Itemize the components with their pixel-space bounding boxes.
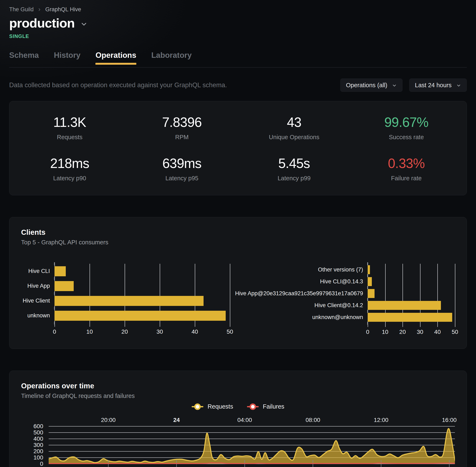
- axis-tick-label: 0: [366, 329, 369, 335]
- target-selector[interactable]: production: [9, 16, 467, 30]
- legend-item-requests[interactable]: Requests: [192, 403, 233, 410]
- page-description: Data collected based on operation execut…: [9, 81, 227, 89]
- bar-plot: [368, 264, 455, 323]
- category-label: Hive App@20e3129caa921c35e9979631e17a067…: [242, 287, 368, 299]
- category-labels: Other versions (7)Hive CLI@0.14.3Hive Ap…: [242, 264, 368, 323]
- stat-value: 11.3K: [13, 115, 126, 130]
- stat-value: 639ms: [126, 156, 238, 171]
- axis-tick: [367, 322, 368, 325]
- clients-card: Clients Top 5 - GraphQL API consumers Hi…: [9, 217, 467, 349]
- category-labels: Hive CLIHive AppHive Clientunknown: [21, 264, 54, 323]
- operations-filter-select[interactable]: Operations (all): [340, 78, 402, 92]
- clients-charts: Hive CLIHive AppHive Clientunknown 01020…: [21, 264, 455, 337]
- tab-schema[interactable]: Schema: [9, 51, 39, 67]
- operations-filter-value: Operations (all): [346, 82, 387, 89]
- bar-row: [54, 279, 230, 293]
- stat-value: 43: [238, 115, 350, 130]
- bar-row: [54, 293, 230, 308]
- axis-tick: [367, 274, 368, 277]
- axis-tick: [54, 277, 55, 280]
- bar-rows: [54, 264, 230, 323]
- category-label: unknown: [21, 308, 54, 323]
- time-range-select[interactable]: Last 24 hours: [409, 78, 467, 92]
- clients-title: Clients: [21, 228, 455, 236]
- legend-label: Failures: [263, 403, 284, 410]
- stat-value: 218ms: [13, 156, 126, 171]
- stat-label: Unique Operations: [238, 134, 350, 141]
- chevron-down-icon[interactable]: [80, 18, 88, 28]
- legend-item-failures[interactable]: Failures: [247, 403, 284, 410]
- bar: [54, 311, 226, 321]
- axis-tick-label: 40: [434, 329, 441, 335]
- axis-tick: [367, 298, 368, 301]
- bar-plot-area: 01020304050: [54, 264, 230, 337]
- tab-history[interactable]: History: [54, 51, 80, 67]
- bar: [368, 265, 370, 274]
- page-title: production: [9, 16, 75, 30]
- clients-by-name-chart: Hive CLIHive AppHive Clientunknown 01020…: [21, 264, 230, 337]
- axis-tick: [54, 307, 55, 310]
- legend-label: Requests: [208, 403, 233, 410]
- bar: [368, 277, 372, 286]
- stat-label: Latency p99: [238, 175, 350, 182]
- clients-by-version-chart: Other versions (7)Hive CLI@0.14.3Hive Ap…: [242, 264, 455, 337]
- axis-tick-label: 50: [451, 329, 458, 335]
- stat-requests: 11.3K Requests: [13, 115, 126, 141]
- dashboard-page: The Guild GraphQL Hive production SINGLE…: [0, 0, 476, 467]
- category-label: Hive Client: [21, 293, 54, 308]
- stat-label: Latency p90: [13, 175, 126, 182]
- bar: [368, 301, 441, 310]
- axis-tick: [54, 322, 55, 324]
- stat-label: Requests: [13, 134, 126, 141]
- x-axis-label: 24: [173, 417, 180, 423]
- axis-tick-label: 40: [191, 328, 198, 335]
- tab-operations[interactable]: Operations: [95, 51, 136, 67]
- bar: [368, 289, 374, 298]
- axis-tick-label: 10: [382, 329, 388, 335]
- breadcrumb-org[interactable]: The Guild: [9, 6, 34, 13]
- chevron-down-icon: [456, 82, 461, 88]
- chevron-right-icon: [37, 8, 41, 12]
- bar-row: [54, 308, 230, 323]
- x-axis-label: 08:00: [306, 417, 320, 423]
- breadcrumb-project[interactable]: GraphQL Hive: [45, 6, 81, 13]
- stat-rpm: 7.8396 RPM: [126, 115, 238, 141]
- axis-tick-label: 30: [417, 329, 423, 335]
- bar-row: [368, 299, 455, 311]
- bar-row: [368, 276, 455, 287]
- axis-tick: [367, 310, 368, 313]
- y-axis-label: 600: [33, 423, 43, 430]
- operations-title: Operations over time: [21, 382, 455, 390]
- timeline-top-axis: 20:002404:0008:0012:0016:00: [49, 416, 455, 425]
- axis-tick-label: 20: [399, 329, 406, 335]
- axis-tick-label: 50: [226, 328, 233, 335]
- tab-laboratory[interactable]: Laboratory: [151, 51, 192, 67]
- y-axis-label: 500: [33, 429, 43, 436]
- x-axis: 01020304050: [54, 328, 230, 337]
- controls-row: Data collected based on operation execut…: [9, 78, 467, 92]
- stat-label: Failure rate: [350, 175, 463, 182]
- axis-tick-label: 10: [86, 328, 93, 335]
- timeline-svg: [49, 425, 455, 467]
- bar-row: [368, 264, 455, 276]
- stat-label: Latency p95: [126, 175, 238, 182]
- stat-success-rate: 99.67% Success rate: [350, 115, 463, 141]
- bar-row: [368, 311, 455, 323]
- stat-latency-p99: 5.45s Latency p99: [238, 156, 350, 182]
- axis-tick-label: 30: [156, 328, 163, 335]
- chevron-down-icon: [392, 82, 397, 88]
- target-type-badge: SINGLE: [9, 33, 467, 39]
- breadcrumb: The Guild GraphQL Hive: [9, 0, 467, 13]
- category-label: unknown@unknown: [242, 311, 368, 323]
- category-label: Hive CLI@0.14.3: [242, 276, 368, 287]
- axis-tick: [367, 262, 368, 265]
- y-axis-label: 200: [33, 448, 43, 455]
- failures-marker-icon: [247, 403, 259, 410]
- bar-plot: [54, 264, 230, 323]
- bar-plot-area: 01020304050: [368, 264, 455, 337]
- x-axis-label: 16:00: [442, 417, 457, 423]
- y-axis-label: 0: [40, 461, 43, 467]
- requests-marker-icon: [192, 403, 203, 410]
- axis-tick: [54, 292, 55, 295]
- bar: [54, 281, 74, 291]
